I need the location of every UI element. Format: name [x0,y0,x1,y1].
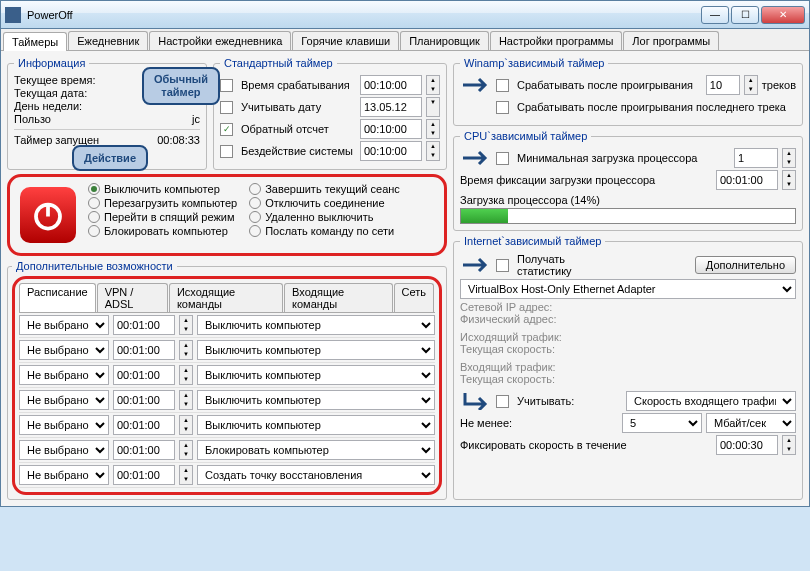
fix-speed-input[interactable] [716,435,778,455]
stab-outgoing[interactable]: Исходящие команды [169,283,283,312]
sched-spinner[interactable]: ▲▼ [179,465,193,485]
fix-time-input[interactable] [716,170,778,190]
action-sleep[interactable]: Перейти в спящий режим [88,211,237,223]
sched-tabs: Расписание VPN / ADSL Исходящие команды … [19,283,435,313]
minimize-button[interactable]: — [701,6,729,24]
sched-row: Не выбрано▲▼Выключить компьютер [19,338,435,363]
stab-network[interactable]: Сеть [394,283,434,312]
use-date-label: Учитывать дату [241,101,356,113]
fix-time-spinner[interactable]: ▲▼ [782,170,796,190]
fix-speed-spinner[interactable]: ▲▼ [782,435,796,455]
cpu-progress [460,208,796,224]
ip-label: Сетевой IP адрес: [460,301,796,313]
window-title: PowerOff [27,9,701,21]
sched-action-select[interactable]: Выключить компьютер [197,340,435,360]
sched-row: Не выбрано▲▼Выключить компьютер [19,413,435,438]
sched-time-input[interactable] [113,440,175,460]
sched-time-input[interactable] [113,365,175,385]
action-lock[interactable]: Блокировать компьютер [88,225,237,237]
after-last-checkbox[interactable] [496,101,509,114]
tracks-label: треков [762,79,796,91]
tab-diary-settings[interactable]: Настройки ежедневника [149,31,291,50]
get-stats-label: Получать статистику [517,253,602,277]
get-stats-checkbox[interactable] [496,259,509,272]
sched-select[interactable]: Не выбрано [19,440,109,460]
sched-action-select[interactable]: Выключить компьютер [197,415,435,435]
date-dropdown-icon[interactable]: ▼ [426,97,440,117]
sched-spinner[interactable]: ▲▼ [179,365,193,385]
trigger-time-input[interactable] [360,75,422,95]
idle-checkbox[interactable] [220,145,233,158]
use-date-input[interactable] [360,97,422,117]
sched-action-select[interactable]: Выключить компьютер [197,315,435,335]
action-send-command[interactable]: Послать команду по сети [249,225,400,237]
stab-schedule[interactable]: Расписание [19,283,96,312]
min-load-spinner[interactable]: ▲▼ [782,148,796,168]
tracks-input[interactable] [706,75,740,95]
adapter-select[interactable]: VirtualBox Host-Only Ethernet Adapter [460,279,796,299]
action-logoff[interactable]: Завершить текущий сеанс [249,183,400,195]
min-load-input[interactable] [734,148,778,168]
maximize-button[interactable]: ☐ [731,6,759,24]
stab-incoming[interactable]: Входящие команды [284,283,392,312]
sched-action-select[interactable]: Блокировать компьютер [197,440,435,460]
titlebar[interactable]: PowerOff — ☐ ✕ [1,1,809,29]
action-shutdown[interactable]: Выключить компьютер [88,183,237,195]
tab-scheduler[interactable]: Планировщик [400,31,489,50]
sched-select[interactable]: Не выбрано [19,315,109,335]
sched-time-input[interactable] [113,315,175,335]
tab-diary[interactable]: Ежедневник [68,31,148,50]
sched-spinner[interactable]: ▲▼ [179,315,193,335]
stab-vpn[interactable]: VPN / ADSL [97,283,168,312]
close-button[interactable]: ✕ [761,6,805,24]
action-restart[interactable]: Перезагрузить компьютер [88,197,237,209]
cur-speed2-label: Текущая скорость: [460,373,796,385]
action-disconnect[interactable]: Отключить соединение [249,197,400,209]
use-date-checkbox[interactable] [220,101,233,114]
countdown-input[interactable] [360,119,422,139]
power-icon[interactable] [20,187,76,243]
sched-spinner[interactable]: ▲▼ [179,390,193,410]
tab-timers[interactable]: Таймеры [3,32,67,51]
cpu-legend: CPU`зависимый таймер [460,130,591,142]
sched-time-input[interactable] [113,340,175,360]
tracks-spinner[interactable]: ▲▼ [744,75,758,95]
sched-time-input[interactable] [113,415,175,435]
sched-action-select[interactable]: Выключить компьютер [197,390,435,410]
sched-select[interactable]: Не выбрано [19,465,109,485]
min-load-checkbox[interactable] [496,152,509,165]
sched-spinner[interactable]: ▲▼ [179,440,193,460]
trigger-time-checkbox[interactable] [220,79,233,92]
countdown-checkbox[interactable] [220,123,233,136]
countdown-spinner[interactable]: ▲▼ [426,119,440,139]
tab-hotkeys[interactable]: Горячие клавиши [292,31,399,50]
idle-spinner[interactable]: ▲▼ [426,141,440,161]
sched-action-select[interactable]: Создать точку восстановления [197,465,435,485]
trigger-time-spinner[interactable]: ▲▼ [426,75,440,95]
unit-select[interactable]: Мбайт/сек [706,413,796,433]
sched-select[interactable]: Не выбрано [19,390,109,410]
after-play-checkbox[interactable] [496,79,509,92]
winamp-group: Winamp`зависимый таймер Срабатывать посл… [453,57,803,126]
min-load-label: Минимальная загрузка процессора [517,152,730,164]
fix-time-label: Время фиксации загрузки процессора [460,174,712,186]
sched-spinner[interactable]: ▲▼ [179,415,193,435]
idle-input[interactable] [360,141,422,161]
not-less-select[interactable]: 5 [622,413,702,433]
tab-program-settings[interactable]: Настройки программы [490,31,622,50]
extra-legend: Дополнительные возможности [12,260,177,272]
sched-action-select[interactable]: Выключить компьютер [197,365,435,385]
sched-time-input[interactable] [113,390,175,410]
consider-checkbox[interactable] [496,395,509,408]
internet-group: Internet`зависимый таймер Получать стати… [453,235,803,500]
action-remote-shutdown[interactable]: Удаленно выключить [249,211,400,223]
sched-select[interactable]: Не выбрано [19,415,109,435]
out-traffic-label: Исходящий трафик: [460,331,796,343]
sched-select[interactable]: Не выбрано [19,365,109,385]
extra-button[interactable]: Дополнительно [695,256,796,274]
sched-select[interactable]: Не выбрано [19,340,109,360]
sched-time-input[interactable] [113,465,175,485]
sched-spinner[interactable]: ▲▼ [179,340,193,360]
tab-log[interactable]: Лог программы [623,31,719,50]
consider-select[interactable]: Скорость входящего трафика [626,391,796,411]
